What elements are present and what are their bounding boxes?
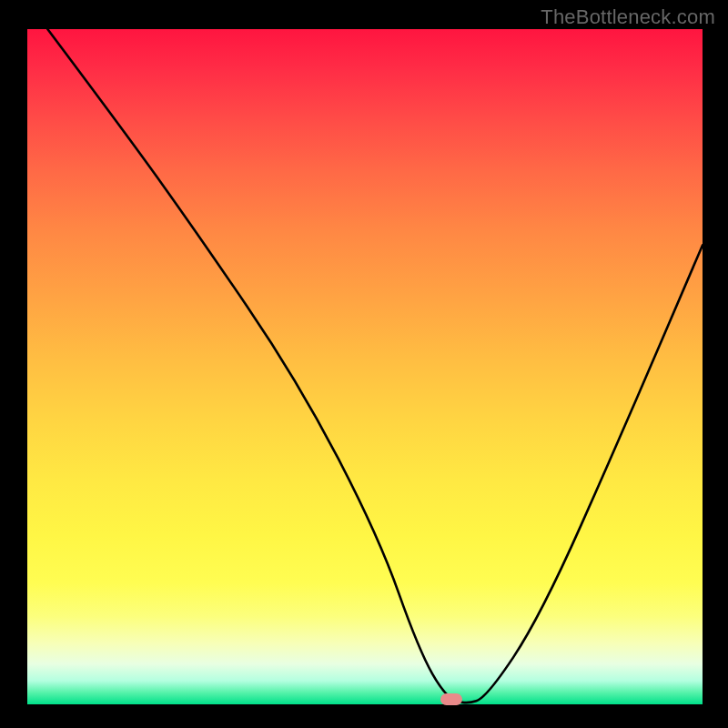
chart-frame: TheBottleneck.com — [0, 0, 728, 728]
plot-area — [27, 29, 703, 704]
watermark-text: TheBottleneck.com — [541, 5, 715, 29]
bottleneck-curve — [27, 29, 703, 704]
minimum-marker — [440, 693, 462, 705]
